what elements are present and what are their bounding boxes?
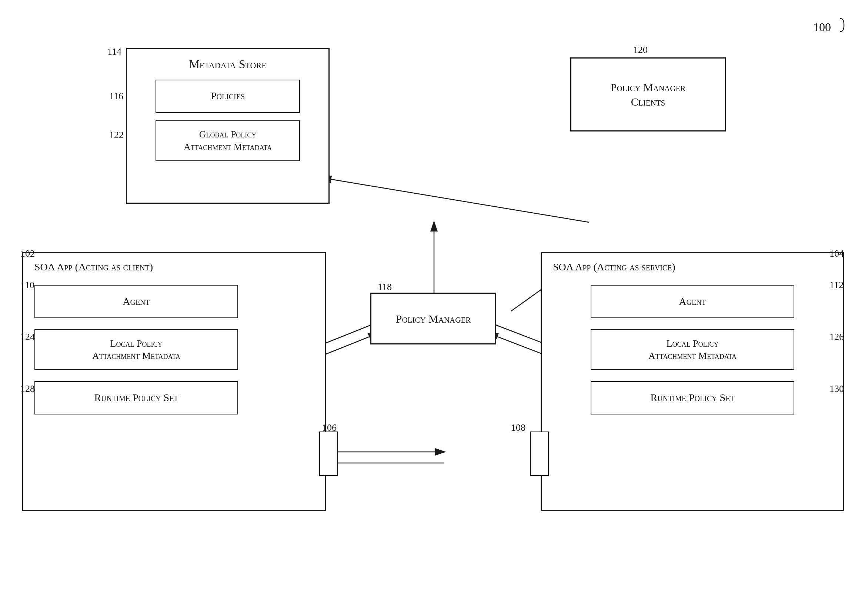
policy-manager-clients-box: Policy ManagerClients [570, 58, 726, 132]
policy-manager-clients-label: Policy ManagerClients [611, 80, 686, 109]
ref-128: 128 [21, 383, 35, 395]
ref-130: 130 [830, 383, 844, 395]
ref-106: 106 [322, 422, 337, 433]
ref-118: 118 [378, 281, 392, 293]
ref-114: 114 [108, 46, 121, 58]
soa-client-agent-label: Agent [123, 295, 150, 308]
soa-client-title: SOA App (Acting as client) [34, 260, 314, 274]
ref-124: 124 [21, 331, 35, 343]
soa-service-outer: SOA App (Acting as service) Agent Local … [541, 252, 844, 511]
ref-112: 112 [830, 279, 844, 291]
soa-client-runtime-box: Runtime Policy Set [34, 381, 238, 414]
soa-client-outer: SOA App (Acting as client) Agent Local P… [22, 252, 326, 511]
svg-line-5 [322, 178, 589, 222]
endpoint-106 [319, 432, 338, 476]
soa-client-agent-box: Agent [34, 285, 238, 318]
soa-service-agent-box: Agent [590, 285, 794, 318]
policies-box: Policies [155, 80, 300, 113]
ref-116: 116 [109, 91, 123, 102]
ref-126: 126 [830, 331, 844, 343]
ref-110: 110 [21, 279, 34, 291]
global-policy-box: Global PolicyAttachment Metadata [155, 120, 300, 161]
endpoint-108 [530, 432, 549, 476]
global-policy-label: Global PolicyAttachment Metadata [184, 128, 272, 153]
figure-ref-brace [818, 15, 847, 41]
ref-122: 122 [109, 130, 124, 141]
soa-client-runtime-label: Runtime Policy Set [94, 391, 178, 404]
ref-108: 108 [511, 422, 526, 433]
soa-service-runtime-box: Runtime Policy Set [590, 381, 794, 414]
policies-label: Policies [211, 89, 245, 103]
soa-service-title: SOA App (Acting as service) [553, 260, 832, 274]
soa-service-agent-label: Agent [679, 295, 706, 308]
ref-120: 120 [633, 44, 648, 56]
diagram: Metadata Store Policies Global PolicyAtt… [0, 0, 868, 593]
metadata-store-outer: Metadata Store Policies Global PolicyAtt… [126, 48, 329, 204]
soa-service-local-policy-label: Local PolicyAttachment Metadata [648, 337, 737, 362]
policy-manager-box: Policy Manager [370, 293, 496, 345]
policy-manager-label: Policy Manager [396, 312, 471, 326]
metadata-store-label: Metadata Store [134, 57, 321, 72]
soa-client-local-policy-box: Local PolicyAttachment Metadata [34, 329, 238, 370]
soa-client-local-policy-label: Local PolicyAttachment Metadata [92, 337, 180, 362]
ref-102: 102 [21, 248, 35, 259]
ref-104: 104 [830, 248, 844, 259]
soa-service-runtime-label: Runtime Policy Set [650, 391, 734, 404]
soa-service-local-policy-box: Local PolicyAttachment Metadata [590, 329, 794, 370]
